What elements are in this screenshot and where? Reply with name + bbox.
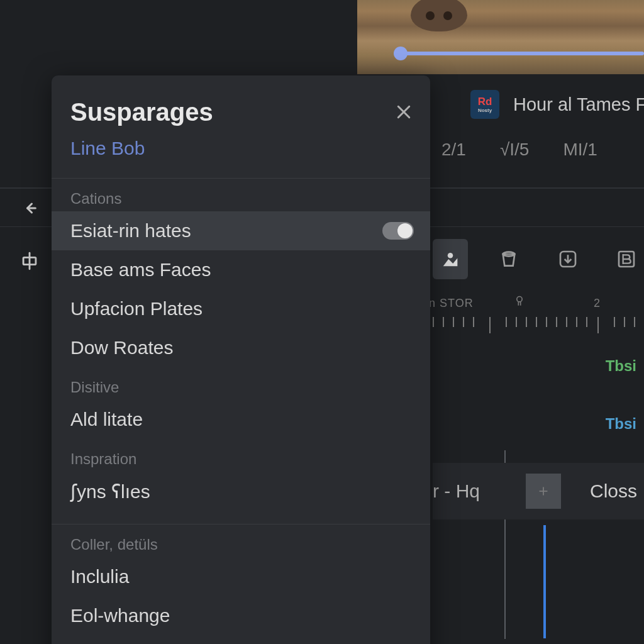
video-title: Hour al Tames F	[513, 94, 644, 115]
settings-panel: Susparages Line Bob Cations Esiat-rin ha…	[52, 75, 430, 644]
arrow-left-icon	[21, 199, 38, 217]
ruler: n STOR 2	[433, 289, 644, 340]
menu-item-label: ʃyns ʕlıes	[70, 481, 150, 502]
section-heading-cations: Cations	[52, 179, 430, 211]
svg-point-7	[517, 297, 522, 302]
seek-thumb[interactable]	[394, 47, 408, 60]
section-heading-disitive: Disitive	[52, 367, 430, 400]
track-label-green: Tbsi	[606, 357, 636, 375]
panel-header: Susparages Line Bob	[52, 75, 430, 165]
badge-top: Rd	[478, 96, 492, 107]
bucket-icon	[499, 249, 519, 269]
video-info-row: Rd Nosty Hour al Tames F	[433, 82, 644, 127]
menu-item-label: Dow Roates	[70, 337, 173, 358]
menu-item-syns-tiles[interactable]: ʃyns ʕlıes	[52, 472, 430, 511]
tab-row: 2/1 √I/5 MI/1	[433, 132, 644, 167]
badge-bottom: Nosty	[478, 108, 492, 113]
section-heading-inspration: Inspration	[52, 439, 430, 472]
plus-icon	[536, 484, 550, 498]
panel-title: Susparages	[70, 98, 411, 126]
tab-1[interactable]: 2/1	[441, 140, 466, 160]
menu-item-esiatrin[interactable]: Esiat-rin hates	[52, 211, 430, 250]
seek-track[interactable]	[395, 52, 644, 55]
toggle-switch[interactable]	[382, 222, 414, 240]
close-icon	[394, 103, 413, 121]
close-button[interactable]	[390, 98, 418, 126]
menu-item-extra[interactable]	[52, 635, 430, 644]
ruler-ticks	[433, 317, 644, 333]
tool-bucket[interactable]	[492, 239, 527, 279]
track-right-label: Closs	[590, 480, 637, 502]
back-button[interactable]	[18, 196, 42, 220]
menu-item-label: Esiat-rin hates	[70, 220, 191, 241]
image-icon	[440, 248, 461, 270]
app-badge[interactable]: Rd Nosty	[470, 90, 499, 119]
panel-subtitle[interactable]: Line Bob	[70, 138, 411, 159]
menu-item-label: Base ams Faces	[70, 259, 211, 280]
track-row[interactable]: r - Hq Closs	[433, 463, 644, 519]
timeline: Tbsi Tbsi r - Hq Closs	[433, 340, 644, 644]
track-label-blue: Tbsi	[606, 415, 636, 433]
menu-item-base-ams[interactable]: Base ams Faces	[52, 250, 430, 289]
menu-item-label: Eol-whange	[70, 605, 170, 626]
ruler-label: n STOR	[429, 297, 474, 310]
video-preview[interactable]	[357, 0, 644, 74]
playhead-blue[interactable]	[543, 525, 546, 638]
section-heading-coller: Coller, detüls	[52, 525, 430, 557]
align-button[interactable]	[16, 248, 43, 274]
menu-item-ald-litate[interactable]: Ald litate	[52, 400, 430, 439]
download-icon	[558, 249, 578, 269]
menu-item-upfacion[interactable]: Upfacion Plates	[52, 289, 430, 328]
tool-download[interactable]	[550, 239, 586, 279]
bold-icon	[616, 249, 636, 269]
menu-item-dow-roates[interactable]: Dow Roates	[52, 328, 430, 367]
menu-item-eol-whange[interactable]: Eol-whange	[52, 596, 430, 635]
track-thumb[interactable]	[526, 474, 561, 509]
track-left-label: r - Hq	[433, 480, 480, 502]
preview-image	[411, 0, 467, 31]
ruler-num: 2	[594, 297, 601, 310]
menu-item-label: Inclulia	[70, 566, 129, 587]
menu-item-label: Ald litate	[70, 409, 143, 430]
menu-item-inclulia[interactable]: Inclulia	[52, 557, 430, 596]
tool-image[interactable]	[433, 239, 468, 279]
marker-icon	[513, 294, 526, 308]
tab-3[interactable]: MI/1	[563, 140, 597, 160]
tool-row	[433, 236, 644, 282]
menu-item-label: Upfacion Plates	[70, 298, 203, 319]
tab-2[interactable]: √I/5	[500, 140, 530, 160]
tool-bold[interactable]	[609, 239, 645, 279]
svg-point-3	[448, 253, 453, 258]
align-center-icon	[19, 250, 40, 272]
